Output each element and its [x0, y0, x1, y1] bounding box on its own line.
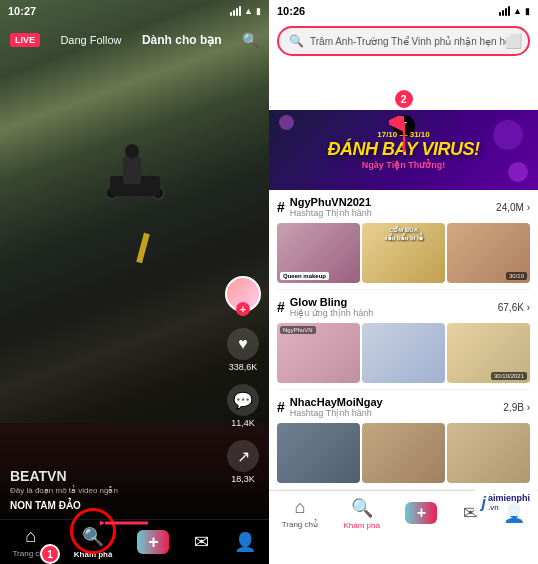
arrow-left: [100, 508, 150, 542]
step-badge-1: 1: [40, 544, 60, 564]
creator-name: BEATVN: [10, 468, 259, 484]
follow-plus-button[interactable]: +: [236, 302, 250, 316]
comment-count: 11,4K: [231, 418, 255, 428]
trending-info-2: Glow Bling Hiệu ứng thịnh hành: [290, 296, 374, 318]
right-nav-home[interactable]: ⌂ Trang chủ: [282, 497, 318, 529]
right-panel: 10:26 ▲ ▮ 🔍 Trâm Anh-Trường Thể Vinh phủ…: [269, 0, 538, 564]
hashtag-icon-3: #: [277, 399, 285, 415]
right-nav-add[interactable]: +: [405, 502, 437, 524]
trending-info-3: NhacHayMoiNgay Hashtag Thịnh hành: [290, 396, 383, 418]
right-explore-label: Khám phá: [343, 521, 379, 530]
trending-count-3: 2,9B ›: [503, 402, 530, 413]
thumb-2-2: [362, 323, 445, 383]
share-action[interactable]: ↗ 18,3K: [227, 440, 259, 484]
step-badge-2: 2: [393, 88, 415, 110]
home-icon: ⌂: [25, 526, 36, 547]
watermark: j aimienphi .vn: [474, 489, 538, 516]
thumb-1-2: CƠM BÙAsẩu bẩu bi lẻ: [362, 223, 445, 283]
page-title[interactable]: Dành cho bạn: [142, 33, 222, 47]
trending-left-1: # NgyPhuVN2021 Hashtag Thịnh hành: [277, 196, 372, 218]
signal-icon: [230, 6, 241, 16]
search-bar-icon: 🔍: [289, 34, 304, 48]
trending-name-1: NgyPhuVN2021: [290, 196, 372, 208]
right-time: 10:26: [277, 5, 305, 17]
left-statusbar: 10:27 ▲ ▮: [0, 0, 269, 22]
right-home-label: Trang chủ: [282, 520, 318, 529]
right-add-button[interactable]: +: [405, 502, 437, 524]
nav-explore-label: Khám phá: [74, 550, 113, 559]
comment-action[interactable]: 💬 11,4K: [227, 384, 259, 428]
badge-arrow-area: 2: [269, 60, 538, 110]
right-explore-icon: 🔍: [351, 497, 373, 519]
search-input[interactable]: Trâm Anh-Trường Thể Vinh phủ nhận hẹn hò: [310, 36, 518, 47]
thumb-date-2: 30/10/2021: [491, 372, 527, 380]
trending-item-3[interactable]: # NhacHayMoiNgay Hashtag Thịnh hành 2,9B…: [277, 390, 530, 490]
right-statusbar: 10:26 ▲ ▮: [269, 0, 538, 22]
nav-inbox[interactable]: ✉: [189, 531, 214, 553]
trending-count-2: 67,6K ›: [498, 302, 530, 313]
comment-icon[interactable]: 💬: [227, 384, 259, 416]
trending-count-1: 24,0M ›: [496, 202, 530, 213]
deco-circle-2: [508, 162, 528, 182]
status-icons: ▲ ▮: [230, 6, 261, 16]
thumb-date-1: 30/10: [506, 272, 527, 280]
live-badge[interactable]: LIVE: [10, 33, 40, 47]
like-count: 338,6K: [229, 362, 258, 372]
trending-section: # NgyPhuVN2021 Hashtag Thịnh hành 24,0M …: [269, 190, 538, 490]
trending-sub-2: Hiệu ứng thịnh hành: [290, 308, 374, 318]
thumb-1-1: Queen makeup: [277, 223, 360, 283]
right-battery-icon: ▮: [525, 6, 530, 16]
trending-header-1: # NgyPhuVN2021 Hashtag Thịnh hành 24,0M …: [277, 196, 530, 218]
thumb-3-3: [447, 423, 530, 483]
nav-profile[interactable]: 👤: [229, 531, 261, 553]
creator-avatar[interactable]: +: [225, 276, 261, 316]
trending-left-2: # Glow Bling Hiệu ứng thịnh hành: [277, 296, 373, 318]
ngayphu-badge: NgyPhuVN: [280, 326, 316, 334]
expand-icon[interactable]: ⬜: [505, 33, 522, 49]
left-time: 10:27: [8, 5, 36, 17]
thumb-3-1: [277, 423, 360, 483]
trending-left-3: # NhacHayMoiNgay Hashtag Thịnh hành: [277, 396, 383, 418]
follow-label[interactable]: Dang Follow: [60, 34, 121, 46]
search-bar[interactable]: 🔍 Trâm Anh-Trường Thể Vinh phủ nhận hẹn …: [277, 26, 530, 56]
thumb-badge-1: Queen makeup: [280, 272, 329, 280]
trending-header-2: # Glow Bling Hiệu ứng thịnh hành 67,6K ›: [277, 296, 530, 318]
search-container: 🔍 Trâm Anh-Trường Thể Vinh phủ nhận hẹn …: [269, 22, 538, 60]
thumb-1-3: 30/10: [447, 223, 530, 283]
like-action[interactable]: ♥ 338,6K: [227, 328, 259, 372]
watermark-j: j: [482, 494, 486, 512]
share-icon[interactable]: ↗: [227, 440, 259, 472]
watermark-domain: .vn: [488, 503, 530, 512]
watermark-text: aimienphi .vn: [488, 493, 530, 512]
video-actions: + ♥ 338,6K 💬 11,4K ↗ 18,3K: [225, 276, 261, 484]
thumb-2-1: NgyPhuVN: [277, 323, 360, 383]
thumb-3-2: [362, 423, 445, 483]
trending-name-3: NhacHayMoiNgay: [290, 396, 383, 408]
hashtag-icon-1: #: [277, 199, 285, 215]
profile-icon: 👤: [234, 531, 256, 553]
right-status-icons: ▲ ▮: [499, 6, 530, 16]
trending-item-2[interactable]: # Glow Bling Hiệu ứng thịnh hành 67,6K ›…: [277, 290, 530, 390]
trending-thumbs-2: NgyPhuVN 30/10/2021: [277, 323, 530, 383]
heart-icon[interactable]: ♥: [227, 328, 259, 360]
battery-icon: ▮: [256, 6, 261, 16]
food-text: CƠM BÙAsẩu bẩu bi lẻ: [364, 227, 443, 243]
share-count: 18,3K: [231, 474, 255, 484]
right-signal-icon: [499, 6, 510, 16]
right-nav-explore[interactable]: 🔍 Khám phá: [343, 497, 379, 530]
arrow-up: [389, 116, 419, 160]
deco-circle-1: [493, 120, 523, 150]
right-home-icon: ⌂: [294, 497, 305, 518]
trending-header-3: # NhacHayMoiNgay Hashtag Thịnh hành 2,9B…: [277, 396, 530, 418]
watermark-box: j aimienphi .vn: [474, 489, 538, 516]
wifi-icon: ▲: [244, 6, 253, 16]
left-topnav: LIVE Dang Follow Dành cho bạn 🔍: [0, 22, 269, 58]
trending-thumbs-3: [277, 423, 530, 483]
right-wifi-icon: ▲: [513, 6, 522, 16]
left-panel: 10:27 ▲ ▮ LIVE Dang Follow Dành cho bạn …: [0, 0, 269, 564]
watermark-name: aimienphi: [488, 493, 530, 503]
trending-sub-3: Hashtag Thịnh hành: [290, 408, 383, 418]
trending-item-1[interactable]: # NgyPhuVN2021 Hashtag Thịnh hành 24,0M …: [277, 190, 530, 290]
motorcycle: [105, 161, 165, 206]
search-icon[interactable]: 🔍: [242, 32, 259, 48]
